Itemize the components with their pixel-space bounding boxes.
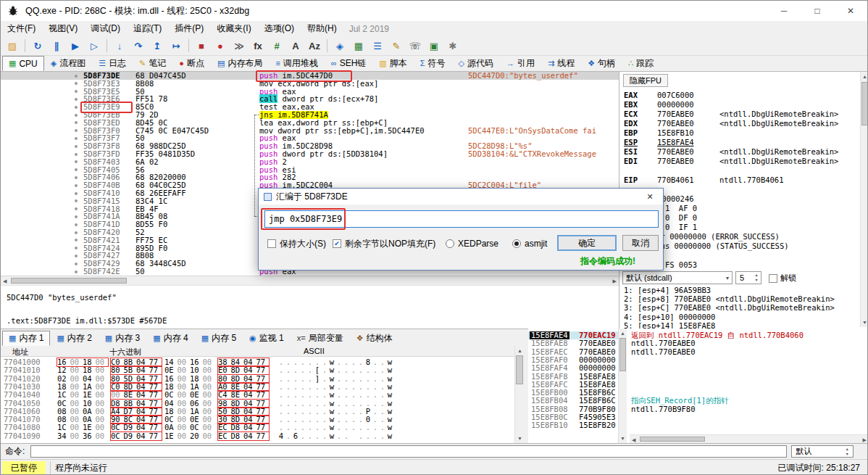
minimize-button[interactable]: ─ [767,1,801,21]
close-button[interactable]: ✕ [834,1,867,21]
memory-dump-view[interactable]: 地址 十六进制 ASCII 7704100016001800C08B047714… [1,346,525,443]
tab-seh[interactable]: ∞SEH链 [325,56,373,71]
spinner-arrows[interactable]: ▴ ▾ [843,447,851,456]
fill-nop-option[interactable]: ✔ 剩余字节以NOP填充(F) [333,238,435,249]
dump-row[interactable]: 770410801C001E000CD904770A000C00ECD80477… [1,424,525,431]
tab-notes[interactable]: ✎笔记 [133,56,172,71]
scroll-up-icon[interactable]: ▲ [620,331,625,336]
scrollbar-thumb[interactable] [516,355,523,384]
spin-down-icon[interactable]: ▾ [755,278,757,283]
register-line[interactable]: ESI770EABE0<ntdll.DbgUiRemoteBreakin> [624,147,860,157]
notes-button[interactable]: ✎ [388,38,405,54]
register-line[interactable]: EIP770B4061ntdll.770B4061 [624,175,860,185]
cpu-chip-button[interactable]: ▣ [425,38,443,54]
register-line[interactable]: EBP15E8FB10 [624,128,860,138]
unlock-control[interactable]: 解锁 [769,273,796,284]
scroll-right-icon[interactable]: ▶ [613,278,617,284]
stack-row[interactable]: 15E8FB1015E8FB20 [528,421,618,429]
stack-view[interactable]: 15E8FAE4770EAC1915E8FAE8770EABE015E8FAEC… [528,329,868,443]
register-value[interactable]: 00000246 [657,194,706,204]
stack-row[interactable]: 15E8FAF400000000 [528,364,618,372]
hide-fpu-button[interactable]: 隐藏FPU [623,74,668,87]
unlock-checkbox[interactable] [769,274,777,283]
tab-dump-2[interactable]: ▦内存 2 [50,331,98,346]
scroll-down-icon[interactable]: ▼ [862,320,867,325]
graph-button[interactable]: ◈ [331,38,349,54]
register-value[interactable]: 770B4061 [657,175,706,185]
register-value[interactable]: 770EABE0 [657,110,706,119]
pause-button[interactable]: ∥ [48,38,65,54]
xedparse-radio[interactable] [446,239,454,248]
scrollbar-thumb[interactable] [619,338,626,371]
register-value[interactable]: 15E8FB10 [657,128,706,138]
register-line[interactable]: EAX007C6000 [624,91,860,100]
scroll-up-icon[interactable]: ▲ [517,348,522,353]
tab-handles[interactable]: ❖句柄 [581,56,622,71]
tab-dump-1[interactable]: ▦内存 1 [2,331,50,346]
tab-breakpoints[interactable]: ●断点 [172,56,211,71]
tab-memory-map[interactable]: ▤内存布局 [211,56,269,71]
run-to-user-code-button[interactable]: ↦ [167,38,185,54]
tab-references[interactable]: →引用 [500,56,541,71]
run-button[interactable]: ▶ [67,38,84,54]
run-unhandled-button[interactable]: ▷ [85,38,103,54]
register-value[interactable]: 770EABE0 [657,157,706,166]
open-file-button[interactable]: ▨ [4,38,21,54]
memory-map-button[interactable]: ▦ [350,38,367,54]
patch-button[interactable]: # [268,38,285,54]
asmjit-option[interactable]: asmjit [512,238,547,249]
calling-convention-select[interactable]: 默认 (stdcall) ▾ [622,271,733,284]
tab-watch-1[interactable]: ◉监视 1 [243,331,291,346]
argument-count-spinner[interactable]: 5 ▴ ▾ [735,271,761,284]
register-value[interactable]: 007C6000 [657,91,706,100]
tab-graph[interactable]: ◈流程图 [44,56,92,71]
assemble-button[interactable]: fx [249,38,267,54]
menu-item-5[interactable]: 插件(P) [168,21,210,36]
menu-item-7[interactable]: 选项(O) [258,21,301,36]
tab-symbols[interactable]: Σ符号 [414,56,452,71]
tab-dump-5[interactable]: ▦内存 5 [195,331,243,346]
dump-row[interactable]: 770410401C001E00008E04770C000E00C48E0477… [1,391,525,399]
tab-trace[interactable]: ∴跟踪 [622,56,660,71]
scroll-down-icon[interactable]: ▼ [620,436,625,441]
log-button[interactable]: ☰ [369,38,386,54]
restart-button[interactable]: ↻ [29,38,46,54]
spin-up-icon[interactable]: ▴ [755,273,757,278]
tab-struct[interactable]: ❖结构体 [350,331,399,346]
tab-call-stack[interactable]: ≡调用堆栈 [269,56,324,71]
register-line[interactable]: ESP15E8FAE4 [624,138,860,147]
step-over-button[interactable]: ↷ [130,38,147,54]
fill-nop-checkbox[interactable]: ✔ [333,239,341,248]
stack-vscrollbar[interactable]: ▲ ▼ [618,329,627,443]
scroll-left-icon[interactable]: ◀ [3,278,7,284]
trace-button[interactable]: ≫ [230,38,248,54]
assemble-input[interactable] [264,210,659,228]
maximize-button[interactable]: □ [801,1,834,21]
stack-row[interactable]: 15E8FAE8770EABE0 [528,339,618,347]
menu-item-2[interactable]: 视图(V) [42,21,84,36]
tab-dump-4[interactable]: ▦内存 4 [146,331,194,346]
tab-locals[interactable]: x=局部变量 [291,331,350,346]
spin-up-icon[interactable]: ▴ [846,447,848,452]
scroll-left-icon[interactable]: ◀ [632,437,635,442]
phone-button[interactable]: ☏ [406,38,424,54]
register-value[interactable]: 15E8FAE4 [657,138,706,147]
breakpoint-button[interactable]: ● [212,38,229,54]
scrollbar-thumb[interactable] [640,437,705,442]
command-input[interactable] [30,445,787,458]
dialog-close-icon[interactable]: ✕ [642,192,658,202]
tab-script[interactable]: ▥脚本 [372,56,413,71]
menu-item-3[interactable]: 调试(D) [84,21,127,36]
tab-threads[interactable]: ⇉线程 [541,56,581,71]
scroll-up-icon[interactable]: ▲ [862,74,867,79]
register-value[interactable]: 770EABE0 [657,147,706,157]
tab-dump-3[interactable]: ▦内存 3 [99,331,146,346]
execute-till-return-button[interactable]: ↥ [149,38,166,54]
spin-down-icon[interactable]: ▾ [846,452,848,457]
step-into-button[interactable]: ↓ [111,38,128,54]
command-profile-select[interactable]: 默认 ▴ ▾ [791,445,854,458]
scroll-down-icon[interactable]: ▼ [517,436,522,441]
keep-size-option[interactable]: 保持大小(S) [267,238,326,249]
register-value[interactable]: 770EABE0 [657,119,706,128]
dialog-title-bar[interactable]: 汇编于 5D8F73DE ✕ [259,189,663,205]
